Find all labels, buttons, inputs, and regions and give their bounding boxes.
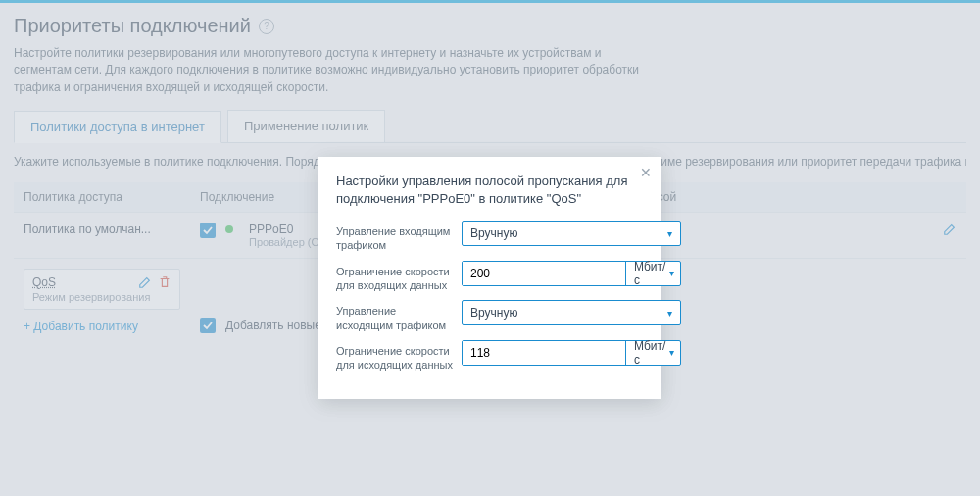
inbound-unit-value: Мбит/с bbox=[634, 260, 665, 287]
modal-overlay[interactable]: ✕ Настройки управления полосой пропускан… bbox=[0, 0, 980, 496]
outbound-limit-label: Ограничение скорости для исходящих данны… bbox=[336, 340, 454, 372]
close-icon[interactable]: ✕ bbox=[640, 165, 652, 180]
outbound-mgmt-value: Вручную bbox=[470, 306, 517, 320]
inbound-limit-input-group: Мбит/с ▾ bbox=[462, 261, 681, 286]
inbound-unit-select[interactable]: Мбит/с ▾ bbox=[625, 262, 680, 285]
outbound-limit-input[interactable] bbox=[463, 341, 625, 365]
outbound-mgmt-select[interactable]: Вручную ▾ bbox=[462, 300, 681, 325]
outbound-unit-value: Мбит/с bbox=[634, 339, 665, 367]
outbound-limit-input-group: Мбит/с ▾ bbox=[462, 340, 681, 366]
chevron-down-icon: ▾ bbox=[669, 268, 674, 278]
chevron-down-icon: ▾ bbox=[667, 228, 672, 239]
chevron-down-icon: ▾ bbox=[669, 347, 674, 358]
inbound-limit-input[interactable] bbox=[463, 262, 625, 285]
bandwidth-modal: ✕ Настройки управления полосой пропускан… bbox=[318, 157, 662, 399]
inbound-mgmt-select[interactable]: Вручную ▾ bbox=[462, 221, 681, 246]
modal-form: Управление входящим трафиком Вручную ▾ О… bbox=[336, 221, 644, 372]
outbound-unit-select[interactable]: Мбит/с ▾ bbox=[625, 341, 680, 365]
inbound-mgmt-label: Управление входящим трафиком bbox=[336, 221, 454, 253]
outbound-mgmt-label: Управление исходящим трафиком bbox=[336, 300, 454, 332]
inbound-limit-label: Ограничение скорости для входящих данных bbox=[336, 261, 454, 293]
modal-title: Настройки управления полосой пропускания… bbox=[336, 173, 644, 207]
inbound-mgmt-value: Вручную bbox=[470, 226, 517, 240]
chevron-down-icon: ▾ bbox=[667, 308, 672, 319]
